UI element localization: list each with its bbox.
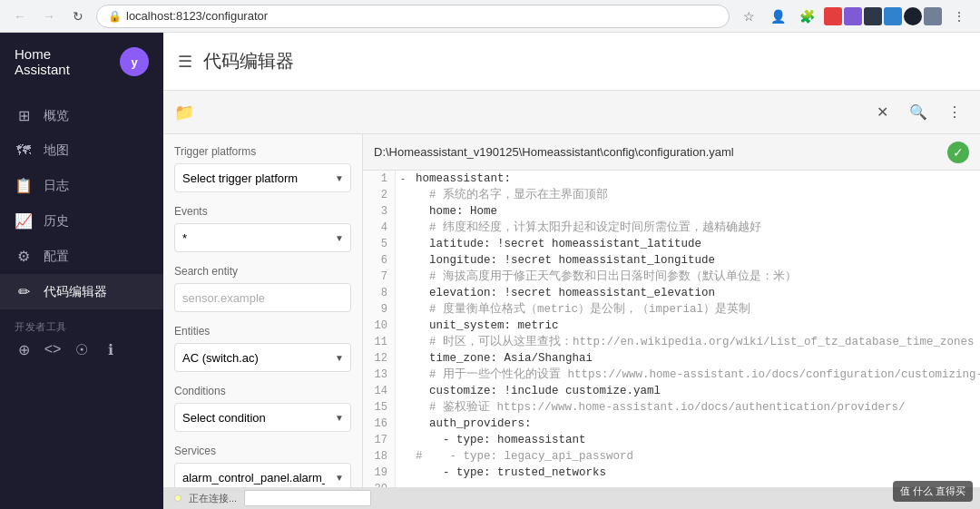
status-input[interactable] — [244, 490, 371, 506]
trigger-platforms-label: Trigger platforms — [174, 145, 351, 158]
file-path-text: D:\Homeassistant_v190125\Homeassistant\c… — [374, 145, 940, 159]
sidebar-item-label-overview: 概览 — [44, 108, 69, 124]
line-marker — [396, 285, 410, 301]
line-content: homeassistant: — [410, 171, 511, 187]
table-row: 15 # 鉴权验证 https://www.home-assistant.io/… — [363, 399, 980, 416]
services-select[interactable]: alarm_control_panel.alarm_arm_away — [174, 463, 351, 487]
close-file-button[interactable]: ✕ — [867, 98, 897, 127]
sidebar: Home Assistant y ⊞ 概览 🗺 地图 📋 日志 📈 历史 ⚙ — [0, 33, 163, 509]
more-button[interactable]: ⋮ — [947, 5, 971, 28]
line-number: 15 — [363, 399, 396, 416]
line-content: longitude: !secret homeassistant_longitu… — [410, 252, 715, 269]
menu-icon[interactable]: ☰ — [178, 52, 192, 72]
line-number: 5 — [363, 236, 396, 252]
app-title: Home Assistant — [15, 46, 109, 77]
entities-select-wrapper: AC (switch.ac) — [174, 343, 351, 372]
line-number: 6 — [363, 252, 396, 269]
file-bar: 📁 ✕ 🔍 ⋮ — [163, 91, 980, 134]
table-row: 17 - type: homeassistant — [363, 432, 980, 448]
line-content: # 系统的名字，显示在主界面顶部 — [410, 187, 608, 203]
line-number: 11 — [363, 334, 396, 350]
line-number: 16 — [363, 416, 396, 432]
sidebar-item-label-history: 历史 — [44, 213, 69, 230]
sidebar-item-map[interactable]: 🗺 地图 — [0, 133, 163, 168]
conditions-select-wrapper: Select condition — [174, 403, 351, 432]
line-number: 18 — [363, 448, 396, 465]
browser-bar: ← → ↻ 🔒 localhost:8123/configurator ☆ 👤 … — [0, 0, 980, 33]
forward-button[interactable]: → — [38, 5, 60, 27]
line-marker — [396, 399, 410, 416]
sidebar-nav: ⊞ 概览 🗺 地图 📋 日志 📈 历史 ⚙ 配置 ✏ 代码编辑器 — [0, 91, 163, 509]
line-content: time_zone: Asia/Shanghai — [410, 350, 593, 367]
table-row: 1-homeassistant: — [363, 171, 980, 187]
services-select-wrapper: alarm_control_panel.alarm_arm_away — [174, 463, 351, 487]
extensions-button[interactable]: 🧩 — [795, 5, 818, 28]
code-file-path: D:\Homeassistant_v190125\Homeassistant\c… — [363, 134, 980, 171]
line-marker — [396, 448, 410, 465]
line-content: # - type: legacy_api_password — [410, 448, 633, 465]
table-row: 13 # 用于一些个性化的设置 https://www.home-assista… — [363, 367, 980, 383]
reload-button[interactable]: ↻ — [67, 5, 89, 27]
services-section: Services alarm_control_panel.alarm_arm_a… — [174, 445, 351, 487]
line-marker — [396, 269, 410, 285]
line-content: # 鉴权验证 https://www.home-assistant.io/doc… — [410, 399, 906, 416]
dev-tool-3[interactable]: ☉ — [73, 341, 91, 358]
line-marker — [396, 432, 410, 448]
trigger-select[interactable]: Select trigger platform — [174, 163, 351, 192]
line-number: 8 — [363, 285, 396, 301]
table-row: 14 customize: !include customize.yaml — [363, 383, 980, 399]
dev-tool-1[interactable]: ⊕ — [15, 341, 33, 358]
services-label: Services — [174, 445, 351, 457]
url-bar[interactable]: 🔒 localhost:8123/configurator — [96, 5, 730, 28]
ext-icon-6 — [924, 7, 942, 25]
code-editor[interactable]: 1-homeassistant:2 # 系统的名字，显示在主界面顶部3 home… — [363, 171, 980, 487]
line-content: - type: homeassistant — [410, 432, 586, 448]
line-marker — [396, 465, 410, 481]
trigger-platforms-section: Trigger platforms Select trigger platfor… — [174, 145, 351, 192]
line-content: auth_providers: — [410, 416, 532, 432]
app-layout: Home Assistant y ⊞ 概览 🗺 地图 📋 日志 📈 历史 ⚙ — [0, 33, 980, 509]
line-marker — [396, 481, 410, 487]
line-number: 7 — [363, 269, 396, 285]
sidebar-item-label-code-editor: 代码编辑器 — [44, 284, 107, 300]
conditions-select[interactable]: Select condition — [174, 403, 351, 432]
folder-icon[interactable]: 📁 — [174, 103, 194, 122]
ext-icons — [824, 7, 942, 25]
sidebar-item-overview[interactable]: ⊞ 概览 — [0, 98, 163, 133]
table-row: 20 — [363, 481, 980, 487]
search-entity-input[interactable] — [174, 283, 351, 312]
search-button[interactable]: 🔍 — [904, 98, 933, 127]
sidebar-item-code-editor[interactable]: ✏ 代码编辑器 — [0, 274, 163, 309]
profile-button[interactable]: 👤 — [766, 5, 789, 28]
conditions-section: Conditions Select condition — [174, 385, 351, 432]
line-marker — [396, 334, 410, 350]
line-number: 17 — [363, 432, 396, 448]
table-row: 4 # 纬度和经度，计算太阳升起和设定时间所需位置，越精确越好 — [363, 220, 980, 236]
status-text: 正在连接... — [189, 492, 237, 505]
avatar[interactable]: y — [120, 47, 149, 76]
events-select[interactable]: * — [174, 223, 351, 252]
bookmark-button[interactable]: ☆ — [737, 5, 760, 28]
url-text: localhost:8123/configurator — [126, 9, 268, 23]
back-button[interactable]: ← — [9, 5, 31, 27]
entities-select[interactable]: AC (switch.ac) — [174, 343, 351, 372]
sidebar-item-history[interactable]: 📈 历史 — [0, 203, 163, 239]
dev-tool-4[interactable]: ℹ — [102, 341, 120, 358]
code-editor-icon: ✏ — [15, 283, 33, 300]
entities-label: Entities — [174, 325, 351, 338]
table-row: 16 auth_providers: — [363, 416, 980, 432]
line-number: 14 — [363, 383, 396, 399]
sidebar-header: Home Assistant y — [0, 33, 163, 91]
line-content: elevation: !secret homeassistant_elevati… — [410, 285, 715, 301]
dev-tool-2[interactable]: <> — [44, 341, 62, 358]
table-row: 19 - type: trusted_networks — [363, 465, 980, 481]
more-options-button[interactable]: ⋮ — [940, 98, 969, 127]
table-row: 8 elevation: !secret homeassistant_eleva… — [363, 285, 980, 301]
sidebar-item-settings[interactable]: ⚙ 配置 — [0, 239, 163, 274]
line-marker — [396, 416, 410, 432]
line-content: # 度量衡单位格式（metric）是公制，（imperial）是英制 — [410, 301, 750, 318]
sidebar-item-logs[interactable]: 📋 日志 — [0, 168, 163, 203]
entities-section: Entities AC (switch.ac) — [174, 325, 351, 372]
table-row: 18# - type: legacy_api_password — [363, 448, 980, 465]
line-number: 3 — [363, 203, 396, 220]
